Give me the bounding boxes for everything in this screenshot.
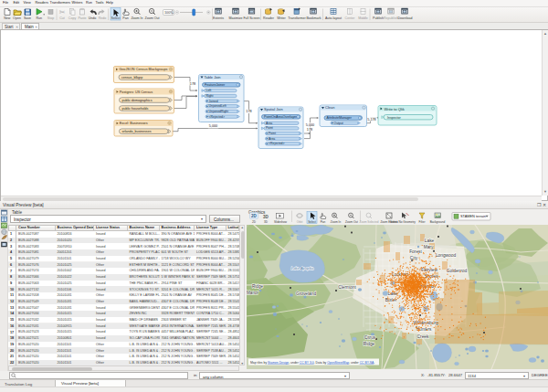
svg-text:5,000: 5,000 bbox=[306, 123, 315, 127]
svg-text:Center: Center bbox=[345, 16, 356, 20]
svg-text:Citrus: Citrus bbox=[364, 335, 376, 340]
svg-text:Write to Qlik: Write to Qlik bbox=[385, 107, 406, 111]
svg-text:Copy: Copy bbox=[68, 16, 77, 20]
svg-text:Download: Download bbox=[398, 16, 413, 20]
svg-text:Clermont: Clermont bbox=[338, 285, 356, 290]
svg-text:Extents: Extents bbox=[213, 16, 224, 20]
svg-text:Lake Apopka: Lake Apopka bbox=[291, 266, 315, 270]
svg-text:orlando_businesses: orlando_businesses bbox=[122, 130, 152, 133]
svg-text:Middle: Middle bbox=[358, 16, 368, 20]
svg-text:Right: Right bbox=[206, 94, 214, 98]
svg-text:Auto-layout: Auto-layout bbox=[325, 16, 342, 20]
svg-text:3D: 3D bbox=[264, 220, 269, 224]
svg-text:Manor: Manor bbox=[247, 291, 258, 295]
svg-text:Stop: Stop bbox=[47, 16, 54, 20]
svg-text:AttributeManager: AttributeManager bbox=[327, 116, 353, 120]
svg-text:Output: Output bbox=[334, 122, 343, 125]
svg-text:Republish: Republish bbox=[384, 16, 398, 20]
svg-text:City: City bbox=[410, 256, 418, 260]
svg-text:Spatial Join: Spatial Join bbox=[264, 107, 283, 111]
svg-text:Zoom In: Zoom In bbox=[331, 220, 342, 224]
svg-text:Area: Area bbox=[266, 122, 272, 125]
svg-text:2D: 2D bbox=[251, 214, 258, 218]
svg-text:Clean: Clean bbox=[325, 105, 334, 110]
svg-text:Point: Point bbox=[269, 132, 276, 135]
svg-text:Reader: Reader bbox=[263, 16, 275, 20]
svg-text:Ridge: Ridge bbox=[252, 284, 263, 289]
svg-text:Zoom Out: Zoom Out bbox=[345, 220, 358, 224]
svg-text:Excel: Businesses: Excel: Businesses bbox=[120, 122, 148, 125]
svg-text:Publish: Publish bbox=[373, 16, 384, 20]
svg-text:Forest: Forest bbox=[409, 249, 422, 254]
svg-text:STAMEN terrain: STAMEN terrain bbox=[460, 214, 486, 218]
svg-text:✂: ✂ bbox=[59, 8, 66, 16]
svg-text:Inspector: Inspector bbox=[387, 116, 402, 120]
svg-text:Select: Select bbox=[111, 16, 121, 20]
svg-text:Goldenrod: Goldenrod bbox=[447, 269, 468, 273]
svg-text:New: New bbox=[4, 16, 11, 20]
svg-text:Zoom Out: Zoom Out bbox=[145, 16, 160, 20]
svg-text:GeoJSON Census Blockgroups: GeoJSON Census Blockgroups bbox=[119, 68, 167, 71]
svg-text:Groveland: Groveland bbox=[296, 291, 316, 296]
svg-text:Lake: Lake bbox=[425, 238, 435, 243]
svg-text:Open: Open bbox=[13, 16, 21, 20]
svg-text:Longwood: Longwood bbox=[436, 253, 456, 258]
svg-text:Mary: Mary bbox=[424, 245, 434, 249]
svg-text:Left: Left bbox=[206, 89, 212, 92]
svg-text:Paste: Paste bbox=[78, 16, 86, 20]
svg-text:Cut: Cut bbox=[59, 16, 65, 20]
svg-text:<Rejected>: <Rejected> bbox=[209, 115, 225, 119]
svg-text:Table Join: Table Join bbox=[205, 75, 221, 79]
svg-text:Zoom Selected: Zoom Selected bbox=[360, 220, 379, 224]
svg-text:5,000: 5,000 bbox=[209, 124, 218, 128]
svg-text:<Rejected>: <Rejected> bbox=[269, 142, 284, 145]
svg-text:Full Screen: Full Screen bbox=[243, 16, 259, 20]
svg-text:Transformer: Transformer bbox=[288, 16, 306, 20]
svg-text:178: 178 bbox=[190, 82, 195, 86]
svg-text:Undo: Undo bbox=[89, 16, 97, 20]
svg-text:Postgres: US Census: Postgres: US Census bbox=[120, 90, 153, 94]
svg-text:Pan: Pan bbox=[321, 220, 326, 224]
svg-text:2D: 2D bbox=[252, 220, 257, 224]
svg-text:Maximize: Maximize bbox=[228, 16, 242, 20]
svg-text:Filter: Filter bbox=[419, 220, 426, 224]
svg-text:Slideshow: Slideshow bbox=[274, 220, 288, 224]
svg-text:UnjoinedRight: UnjoinedRight bbox=[209, 110, 228, 113]
svg-text:Point: Point bbox=[266, 126, 273, 130]
svg-text:Orbit: Orbit bbox=[297, 220, 303, 224]
svg-text:Background: Background bbox=[430, 220, 446, 224]
svg-text:Save: Save bbox=[24, 16, 31, 20]
svg-text:Creek: Creek bbox=[417, 334, 429, 339]
svg-text:Select: Select bbox=[308, 220, 316, 224]
svg-text:5,178: 5,178 bbox=[367, 118, 376, 122]
svg-text:3D: 3D bbox=[263, 215, 269, 219]
svg-text:Run: Run bbox=[37, 16, 43, 20]
svg-text:Writer: Writer bbox=[277, 16, 286, 20]
svg-text:Redo: Redo bbox=[99, 16, 107, 20]
svg-text:Map tiles by Stamen Design, un: Map tiles by Stamen Design, under CC BY … bbox=[250, 361, 374, 365]
svg-text:Zoom In: Zoom In bbox=[131, 16, 142, 20]
svg-text:FeatureJoiner: FeatureJoiner bbox=[205, 83, 226, 87]
svg-text:178: 178 bbox=[246, 110, 251, 113]
svg-text:census_blkgrp: census_blkgrp bbox=[121, 76, 142, 79]
svg-text:178: 178 bbox=[307, 128, 312, 132]
svg-text:Joined: Joined bbox=[209, 100, 218, 103]
svg-text:Pan: Pan bbox=[122, 16, 128, 20]
svg-text:Bookmark: Bookmark bbox=[306, 16, 321, 20]
svg-text:Select No Geometry: Select No Geometry bbox=[390, 220, 416, 224]
svg-text:UnjoinedLeft: UnjoinedLeft bbox=[209, 104, 227, 108]
svg-text:Area: Area bbox=[269, 137, 275, 141]
svg-text:public:demographics: public:demographics bbox=[122, 99, 153, 102]
svg-text:PointOnAreaOverlayer: PointOnAreaOverlayer bbox=[264, 115, 298, 119]
svg-text:public:households: public:households bbox=[122, 107, 149, 111]
svg-text:Ridge: Ridge bbox=[364, 342, 375, 346]
